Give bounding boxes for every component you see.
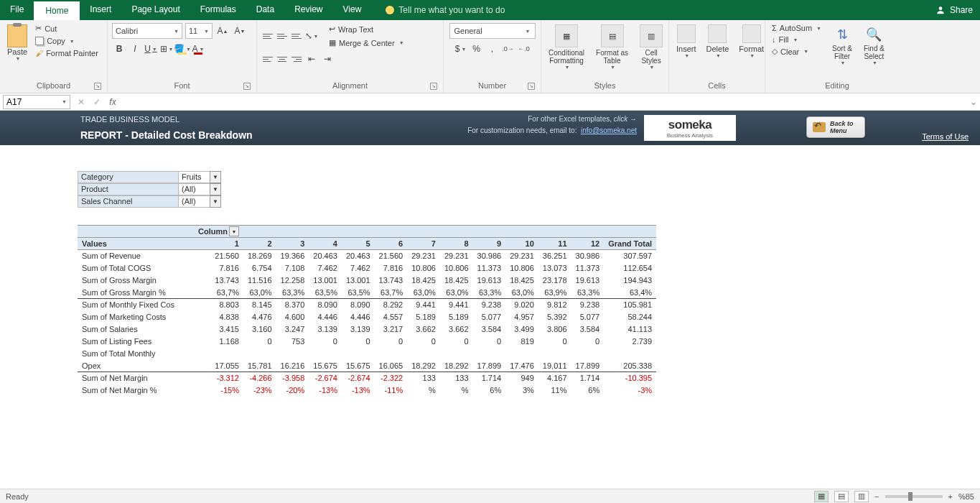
tab-review[interactable]: Review [284, 0, 332, 20]
insert-function-button[interactable]: fx [105, 94, 121, 110]
row-label: Sum of Marketing Costs [78, 311, 194, 323]
normal-view-button[interactable]: ▦ [814, 491, 829, 502]
tab-view[interactable]: View [333, 0, 372, 20]
tab-page-layout[interactable]: Page Layout [121, 0, 190, 20]
autosum-button[interactable]: ΣAutoSum▼ [770, 23, 823, 33]
terms-link[interactable]: Terms of Use [922, 132, 969, 141]
data-cell: 17.476 [505, 360, 538, 372]
chevron-down-icon: ▼ [803, 49, 808, 54]
format-cells-button[interactable]: Format▼ [736, 23, 767, 80]
align-top-button[interactable] [261, 29, 274, 42]
column-dropdown[interactable]: ▼ [229, 226, 239, 236]
clear-button[interactable]: ◇Clear▼ [770, 46, 823, 57]
format-painter-button[interactable]: 🖌Format Painter [33, 48, 101, 58]
font-launcher[interactable]: ↘ [243, 83, 251, 90]
align-bottom-button[interactable] [290, 29, 303, 42]
insert-icon [677, 24, 696, 43]
tab-formulas[interactable]: Formulas [190, 0, 246, 20]
font-color-button[interactable]: A▼ [191, 42, 205, 56]
chevron-down-icon: ▼ [204, 29, 209, 34]
zoom-level[interactable]: %85 [958, 492, 974, 501]
cell-styles-button[interactable]: ▥Cell Styles▼ [637, 23, 666, 80]
zoom-in-button[interactable]: + [948, 492, 953, 501]
find-select-button[interactable]: 🔍Find & Select▼ [861, 23, 887, 80]
fill-button[interactable]: ↓Fill▼ [770, 34, 823, 45]
data-cell: -20% [276, 384, 309, 397]
name-box[interactable]: A17▼ [3, 95, 70, 109]
percent-format-button[interactable]: % [470, 42, 484, 56]
merge-center-button[interactable]: ▦Merge & Center▼ [326, 37, 407, 49]
tab-home[interactable]: Home [34, 0, 80, 20]
row-label: Sum of Net Margin % [78, 384, 194, 397]
decrease-decimal-button[interactable]: ←.0 [517, 42, 531, 56]
orientation-button[interactable]: ⤡▼ [304, 29, 319, 43]
zoom-slider[interactable] [885, 495, 943, 498]
align-right-button[interactable] [290, 52, 303, 65]
borders-button[interactable]: ⊞▼ [159, 42, 174, 56]
font-family-dropdown[interactable]: Calibri▼ [112, 23, 182, 39]
data-cell: 9.020 [505, 299, 538, 311]
data-cell: 6.754 [243, 262, 276, 274]
chevron-down-icon: ▼ [152, 47, 157, 52]
bold-button[interactable]: B [112, 42, 126, 56]
svg-point-0 [939, 6, 943, 10]
conditional-formatting-button[interactable]: ▦Conditional Formatting▼ [546, 23, 587, 80]
group-number-label: Number [478, 81, 506, 90]
number-format-dropdown[interactable]: General▼ [449, 23, 536, 39]
underline-button[interactable]: U▼ [144, 42, 158, 56]
cut-button[interactable]: ✂Cut [33, 23, 101, 34]
data-cell: 3.247 [276, 323, 309, 336]
number-launcher[interactable]: ↘ [528, 83, 535, 90]
enter-formula-button[interactable]: ✓ [89, 94, 105, 110]
format-as-table-button[interactable]: ▤Format as Table▼ [593, 23, 631, 80]
font-size-dropdown[interactable]: 11▼ [185, 23, 213, 39]
page-break-view-button[interactable]: ▥ [854, 491, 869, 502]
zoom-out-button[interactable]: − [874, 492, 879, 501]
sort-filter-label: Sort & Filter [832, 45, 852, 60]
back-to-menu-button[interactable]: Back toMenu [806, 116, 865, 138]
increase-indent-button[interactable]: ⇥ [320, 52, 335, 66]
formula-input[interactable] [121, 95, 967, 109]
filter-category-dropdown[interactable]: ▼ [210, 171, 221, 183]
fill-color-button[interactable]: 🪣▼ [175, 42, 190, 56]
align-center-button[interactable] [276, 52, 289, 65]
decrease-font-button[interactable]: A▼ [233, 24, 247, 38]
comma-format-button[interactable]: , [485, 42, 500, 56]
data-cell: 6% [571, 384, 605, 397]
align-left-button[interactable] [261, 52, 274, 65]
filter-product-dropdown[interactable]: ▼ [210, 183, 221, 195]
column-header: 1 [194, 238, 243, 250]
data-cell: 63,0% [440, 287, 473, 299]
sort-filter-button[interactable]: ⇅Sort & Filter▼ [829, 23, 855, 80]
expand-formula-bar-button[interactable]: ⌄ [967, 97, 980, 107]
filter-channel-dropdown[interactable]: ▼ [210, 195, 221, 208]
tab-file[interactable]: File [0, 0, 34, 20]
accounting-format-button[interactable]: $▼ [454, 42, 468, 56]
tell-me-search[interactable]: Tell me what you want to do [386, 5, 505, 15]
chevron-down-icon: ▼ [684, 53, 689, 58]
tab-data[interactable]: Data [246, 0, 284, 20]
row-label: Sum of Salaries [78, 323, 194, 336]
insert-cells-button[interactable]: Insert▼ [673, 23, 699, 80]
page-layout-view-button[interactable]: ▤ [834, 491, 849, 502]
cancel-formula-button[interactable]: ✕ [73, 94, 89, 110]
wrap-text-button[interactable]: ↩Wrap Text [326, 23, 407, 35]
share-button[interactable]: Share [935, 5, 973, 15]
delete-cells-button[interactable]: Delete▼ [704, 23, 732, 80]
copy-button[interactable]: Copy▼ [33, 36, 101, 46]
data-cell: -3.958 [276, 372, 309, 384]
alignment-launcher[interactable]: ↘ [430, 83, 437, 90]
clipboard-launcher[interactable]: ↘ [94, 83, 101, 90]
paste-button[interactable]: Paste ▼ [4, 23, 30, 63]
tab-insert[interactable]: Insert [80, 0, 121, 20]
increase-decimal-button[interactable]: .0→ [501, 42, 515, 56]
increase-font-button[interactable]: A▲ [215, 24, 230, 38]
data-cell: 63,9% [538, 287, 571, 299]
email-link[interactable]: info@someka.net [581, 126, 637, 134]
align-middle-button[interactable] [276, 29, 289, 42]
delete-icon [708, 24, 727, 43]
data-cell: 9.812 [538, 299, 571, 311]
data-cell: 3.584 [571, 323, 605, 336]
decrease-indent-button[interactable]: ⇤ [304, 52, 319, 66]
italic-button[interactable]: I [128, 42, 142, 56]
